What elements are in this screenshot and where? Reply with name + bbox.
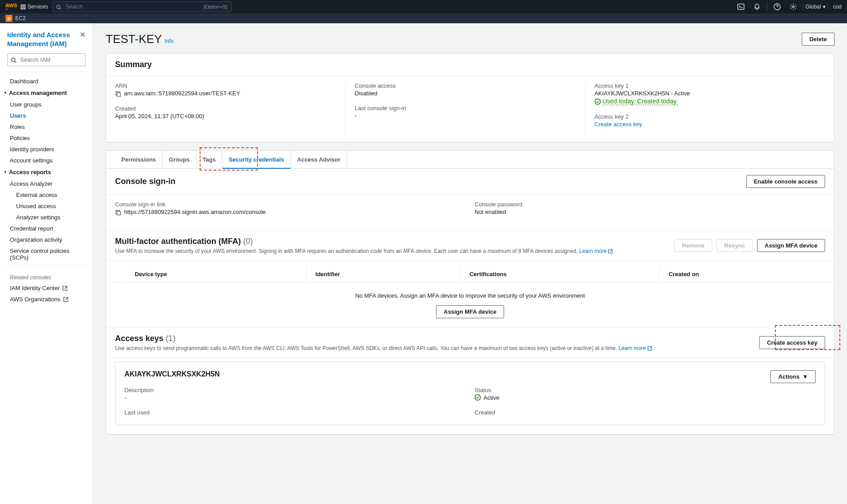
mfa-assign-button[interactable]: Assign MFA device xyxy=(757,239,825,252)
check-circle-icon xyxy=(475,394,481,401)
svg-rect-7 xyxy=(117,93,120,96)
console-access-value: Disabled xyxy=(355,90,576,97)
sidebar-item-identity-providers[interactable]: Identity providers xyxy=(0,144,93,155)
create-access-key-button[interactable]: Create access key xyxy=(759,336,825,349)
created-value: April 05, 2024, 11:37 (UTC+08:00) xyxy=(115,113,336,120)
access-keys-learn-more-link[interactable]: Learn more xyxy=(619,345,653,351)
svg-point-4 xyxy=(792,6,794,8)
console-access-label: Console access xyxy=(355,82,576,89)
mfa-header: Multi-factor authentication (MFA) (0) xyxy=(115,237,253,246)
mfa-description: Use MFA to increase the security of your… xyxy=(115,248,613,254)
help-icon[interactable] xyxy=(774,3,781,10)
mfa-empty-state: No MFA devices. Assign an MFA device to … xyxy=(106,283,834,327)
tab-groups[interactable]: Groups xyxy=(163,151,196,168)
mfa-col-created-on: Created on xyxy=(659,266,833,282)
delete-button[interactable]: Delete xyxy=(802,33,834,46)
key-description-label: Description xyxy=(124,387,466,393)
sidebar-item-aws-organizations[interactable]: AWS Organizations xyxy=(0,294,93,305)
mfa-resync-button[interactable]: Resync xyxy=(717,239,753,252)
region-selector[interactable]: Global ▾ xyxy=(805,4,826,10)
sidebar-close-icon[interactable]: ✕ xyxy=(80,30,86,39)
external-link-icon xyxy=(647,346,652,351)
arn-value: arn:aws:iam::571880922594:user/TEST-KEY xyxy=(124,90,240,97)
key-last-used-label: Last used xyxy=(124,409,466,416)
sidebar-item-dashboard[interactable]: Dashboard xyxy=(0,76,93,87)
svg-point-0 xyxy=(57,5,60,9)
console-signin-header: Console sign-in xyxy=(115,177,175,186)
access-key-card: AKIAYKJWCLXRKSXK2H5N Actions▼ Descriptio… xyxy=(115,362,825,425)
tab-security-credentials[interactable]: Security credentials xyxy=(222,151,291,168)
tab-access-advisor[interactable]: Access Advisor xyxy=(291,151,347,168)
tab-permissions[interactable]: Permissions xyxy=(115,151,163,168)
enable-console-access-button[interactable]: Enable console access xyxy=(746,175,825,188)
service-nav: ▦ EC2 xyxy=(0,13,847,23)
services-label: Services xyxy=(27,4,48,10)
access-key-1-label: Access key 1 xyxy=(595,82,816,89)
sidebar-item-users[interactable]: Users xyxy=(0,110,93,121)
notifications-icon[interactable] xyxy=(753,3,761,10)
signin-link-value: https://571880922594.signin.aws.amazon.c… xyxy=(124,209,266,215)
sidebar-item-roles[interactable]: Roles xyxy=(0,121,93,132)
mfa-remove-button[interactable]: Remove xyxy=(674,239,712,252)
search-shortcut-hint: [Option+S] xyxy=(204,4,227,9)
summary-panel: Summary ARN arn:aws:iam::571880922594:us… xyxy=(106,53,834,142)
global-nav: aws⌣ Services [Option+S] Global ▾ cod xyxy=(0,0,847,13)
tab-tags[interactable]: Tags xyxy=(197,151,222,168)
key-status-value: Active xyxy=(483,394,499,401)
services-menu[interactable]: Services xyxy=(21,4,48,10)
summary-header: Summary xyxy=(115,60,152,69)
signin-link-label: Console sign-in link xyxy=(115,201,466,208)
check-circle-icon xyxy=(595,98,601,105)
external-link-icon xyxy=(62,286,68,291)
sidebar-item-iam-identity-center[interactable]: IAM Identity Center xyxy=(0,282,93,294)
chevron-down-icon: ▾ xyxy=(823,4,826,10)
mfa-empty-assign-button[interactable]: Assign MFA device xyxy=(436,305,504,318)
global-search: [Option+S] xyxy=(52,1,231,12)
console-password-value: Not enabled xyxy=(475,209,825,215)
sidebar-item-external-access[interactable]: External access xyxy=(0,189,93,201)
sidebar-section-access-management[interactable]: ▼Access management xyxy=(0,87,93,99)
tabs-row: Permissions Groups Tags Security credent… xyxy=(106,151,834,169)
copy-icon[interactable] xyxy=(115,209,121,216)
mfa-learn-more-link[interactable]: Learn more xyxy=(579,248,613,254)
region-label: Global xyxy=(805,4,821,10)
created-label: Created xyxy=(115,105,336,112)
access-key-1-status: Used today. Created today. xyxy=(603,98,678,105)
info-link[interactable]: Info xyxy=(165,38,174,44)
account-menu[interactable]: cod xyxy=(833,4,842,10)
mfa-table: Device type Identifier Certifications Cr… xyxy=(106,265,834,283)
access-key-2-label: Access key 2 xyxy=(595,113,816,120)
key-created-label: Created xyxy=(475,409,816,416)
console-password-label: Console password xyxy=(475,201,825,208)
sidebar-item-policies[interactable]: Policies xyxy=(0,132,93,144)
sidebar-section-access-reports[interactable]: ▼Access reports xyxy=(0,166,93,178)
sidebar-item-account-settings[interactable]: Account settings xyxy=(0,155,93,166)
sidebar-item-scps[interactable]: Service control policies (SCPs) xyxy=(0,245,93,263)
copy-icon[interactable] xyxy=(115,90,121,97)
sidebar-search-input[interactable] xyxy=(7,53,86,66)
services-grid-icon xyxy=(21,4,26,9)
ec2-service-icon: ▦ xyxy=(5,15,13,22)
access-keys-header: Access keys (1) xyxy=(115,334,175,343)
access-key-id: AKIAYKJWCLXRKSXK2H5N xyxy=(124,370,220,378)
search-icon xyxy=(11,56,17,64)
cloudshell-icon[interactable] xyxy=(737,3,744,10)
key-status-label: Status xyxy=(475,387,816,393)
sidebar-item-user-groups[interactable]: User groups xyxy=(0,99,93,110)
ec2-service-link[interactable]: EC2 xyxy=(15,15,26,21)
sidebar-title[interactable]: Identity and Access Management (IAM) xyxy=(7,30,80,48)
sidebar-item-analyzer-settings[interactable]: Analyzer settings xyxy=(0,212,93,223)
chevron-down-icon: ▼ xyxy=(802,373,808,380)
sidebar-item-access-analyzer[interactable]: Access Analyzer xyxy=(0,178,93,189)
create-access-key-link[interactable]: Create access key xyxy=(595,121,642,128)
settings-icon[interactable] xyxy=(790,3,797,10)
chevron-down-icon: ▼ xyxy=(4,170,7,174)
sidebar-item-credential-report[interactable]: Credential report xyxy=(0,223,93,234)
sidebar-item-unused-access[interactable]: Unused access xyxy=(0,201,93,212)
access-key-actions-button[interactable]: Actions▼ xyxy=(770,370,816,383)
aws-logo[interactable]: aws⌣ xyxy=(5,3,17,11)
sidebar-item-organization-activity[interactable]: Organization activity xyxy=(0,234,93,245)
key-description-value: - xyxy=(124,394,466,401)
related-consoles-header: Related consoles xyxy=(0,269,93,282)
page-title: TEST-KEYInfo xyxy=(106,32,174,46)
